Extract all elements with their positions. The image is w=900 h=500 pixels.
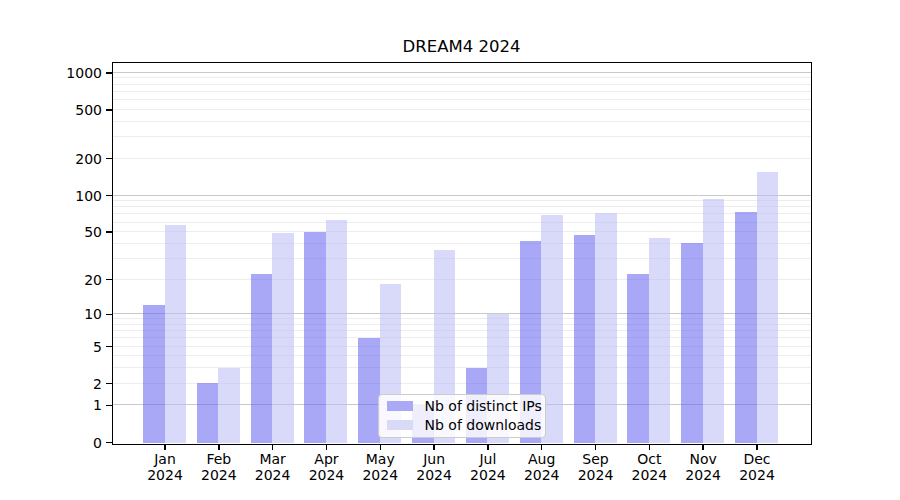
legend-label-distinct-ips: Nb of distinct IPs [425,398,542,414]
gridline-minor [113,121,811,122]
y-tick [106,346,113,347]
gridline-minor [113,136,811,137]
bar-downloads-sep [595,213,617,443]
y-tick-label: 10 [30,306,102,322]
legend-swatch-downloads [387,420,413,430]
y-tick [106,109,113,110]
bar-distinct-ips-feb [197,383,219,443]
x-tick [433,445,434,450]
x-tick [702,445,703,450]
gridline-major [113,195,811,196]
x-tick [326,445,327,450]
x-tick [756,445,757,450]
gridline-major [113,72,811,73]
x-tick [380,445,381,450]
y-tick [106,72,113,73]
y-tick-label: 1000 [30,65,102,81]
y-tick-label: 200 [30,151,102,167]
gridline-minor [113,91,811,92]
legend-label-downloads: Nb of downloads [425,417,542,433]
x-tick [272,445,273,450]
figure: DREAM4 2024 Nb of distinct IPs Nb of dow… [0,0,900,500]
bar-downloads-dec [757,172,779,443]
x-tick [649,445,650,450]
plot-area: Nb of distinct IPs Nb of downloads [112,62,812,446]
gridline-minor [113,158,811,159]
bar-downloads-nov [703,199,725,443]
y-tick-label: 2 [30,376,102,392]
gridline-minor [113,84,811,85]
y-tick-label: 50 [30,224,102,240]
gridline-minor [113,109,811,110]
bar-distinct-ips-nov [681,243,703,443]
y-tick [106,383,113,384]
y-tick [106,405,113,406]
y-tick-label: 5 [30,339,102,355]
y-tick [106,231,113,232]
bar-downloads-jan [165,225,187,443]
bar-distinct-ips-jan [143,305,165,443]
x-tick [487,445,488,450]
x-tick-label: Dec2024 [725,452,789,483]
y-tick [106,195,113,196]
bar-distinct-ips-apr [304,232,326,443]
legend-item-distinct-ips: Nb of distinct IPs [387,398,537,414]
y-tick [106,158,113,159]
y-tick [106,279,113,280]
legend: Nb of distinct IPs Nb of downloads [378,394,546,438]
bar-distinct-ips-sep [574,235,596,443]
legend-item-downloads: Nb of downloads [387,417,537,433]
x-tick [218,445,219,450]
y-tick-label: 1 [30,397,102,413]
y-tick-label: 0 [30,435,102,451]
y-tick [106,314,113,315]
gridline-minor [113,77,811,78]
bar-downloads-mar [272,233,294,443]
x-tick [595,445,596,450]
x-tick [164,445,165,450]
bar-distinct-ips-oct [627,274,649,443]
y-tick-label: 500 [30,102,102,118]
bar-downloads-apr [326,220,348,443]
bar-distinct-ips-mar [251,274,273,443]
bar-downloads-oct [649,238,671,443]
gridline-minor [113,99,811,100]
y-tick [106,442,113,443]
bar-distinct-ips-dec [735,212,757,443]
bar-distinct-ips-may [358,338,380,443]
y-tick-label: 100 [30,188,102,204]
bar-downloads-feb [218,368,240,443]
x-tick [541,445,542,450]
chart-title: DREAM4 2024 [113,37,810,57]
legend-swatch-distinct-ips [387,401,413,411]
y-tick-label: 20 [30,272,102,288]
